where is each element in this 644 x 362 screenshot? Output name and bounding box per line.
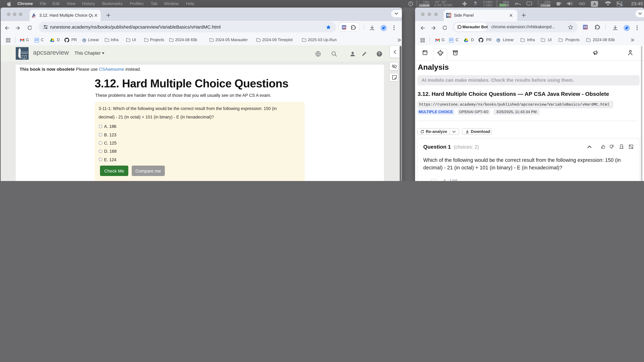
svg-text:Runestone: Runestone [21, 51, 28, 53]
svg-text:Interactive: Interactive [21, 53, 28, 54]
svg-text:A: A [33, 14, 35, 17]
